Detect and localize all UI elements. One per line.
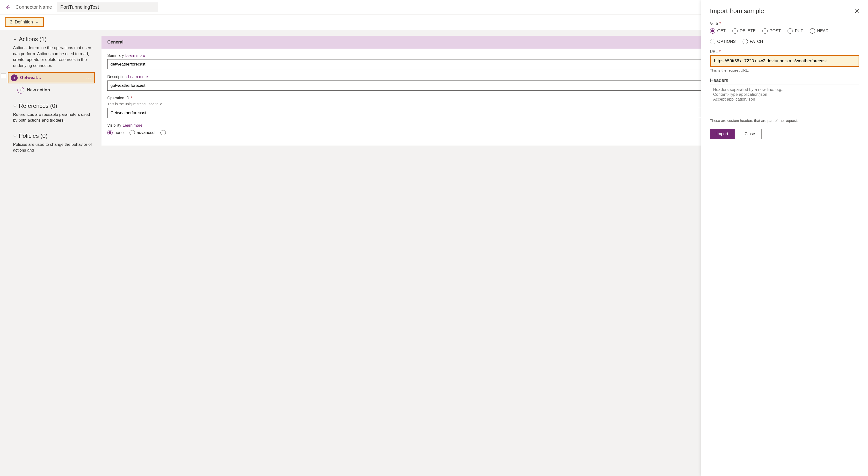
url-input[interactable] — [710, 55, 859, 67]
required-indicator: * — [719, 22, 721, 26]
required-indicator: * — [719, 50, 721, 54]
description-label: Description — [107, 75, 127, 79]
actions-section-header[interactable]: Actions (1) — [13, 36, 95, 42]
headers-help: These are custom headers that are part o… — [710, 118, 859, 123]
panel-title: Import from sample — [710, 7, 764, 15]
chevron-down-icon — [35, 21, 39, 24]
connector-name-label: Connector Name — [16, 4, 52, 10]
visibility-option-more[interactable] — [160, 130, 166, 136]
verb-option-head[interactable]: HEAD — [810, 28, 828, 34]
chevron-down-icon — [13, 37, 17, 41]
left-sidebar: Actions (1) Actions determine the operat… — [0, 30, 101, 476]
verb-option-options[interactable]: OPTIONS — [710, 39, 736, 44]
policies-section-header[interactable]: Policies (0) — [13, 132, 95, 139]
chevron-down-icon — [13, 104, 17, 108]
action-overflow-icon[interactable]: ··· — [86, 75, 92, 81]
verb-option-delete[interactable]: DELETE — [733, 28, 756, 34]
action-select-checkbox[interactable] — [1, 73, 6, 79]
headers-textarea[interactable] — [710, 85, 859, 116]
close-icon[interactable] — [855, 9, 859, 13]
url-help: This is the request URL. — [710, 68, 859, 72]
action-number-badge: 1 — [11, 75, 18, 81]
actions-description: Actions determine the operations that us… — [13, 45, 95, 69]
operation-id-label: Operation ID — [107, 96, 129, 100]
references-title: References (0) — [19, 102, 57, 109]
new-action-label: New action — [27, 88, 50, 93]
divider — [13, 98, 95, 98]
verb-option-patch[interactable]: PATCH — [743, 39, 763, 44]
connector-name-input[interactable] — [57, 2, 158, 12]
chevron-down-icon — [13, 134, 17, 138]
step-label: 3. Definition — [10, 20, 33, 25]
radio-icon — [787, 28, 793, 34]
policies-title: Policies (0) — [19, 132, 48, 139]
radio-icon — [710, 28, 715, 34]
visibility-option-none[interactable]: none — [107, 130, 124, 136]
radio-icon — [743, 39, 748, 44]
radio-icon — [107, 130, 113, 136]
radio-icon — [710, 39, 715, 44]
summary-learn-more-link[interactable]: Learn more — [125, 53, 145, 58]
step-definition-dropdown[interactable]: 3. Definition — [5, 18, 44, 27]
radio-icon — [810, 28, 815, 34]
radio-icon — [733, 28, 738, 34]
references-section-header[interactable]: References (0) — [13, 102, 95, 109]
action-item[interactable]: 1 Getweat… ··· — [8, 72, 95, 83]
action-item-label: Getweat… — [20, 75, 84, 80]
back-icon[interactable] — [5, 4, 11, 10]
radio-icon — [129, 130, 135, 136]
plus-icon: + — [18, 87, 24, 94]
radio-icon — [160, 130, 166, 136]
references-description: References are reusable parameters used … — [13, 112, 95, 123]
radio-icon — [763, 28, 768, 34]
verb-option-put[interactable]: PUT — [787, 28, 803, 34]
visibility-label: Visibility — [107, 123, 121, 128]
close-button[interactable]: Close — [738, 129, 762, 139]
import-from-sample-panel: Import from sample Verb * GETDELETEPOSTP… — [701, 0, 868, 476]
actions-title: Actions (1) — [19, 36, 46, 42]
verb-label: Verb — [710, 22, 718, 26]
import-button[interactable]: Import — [710, 129, 735, 139]
policies-description: Policies are used to change the behavior… — [13, 142, 95, 153]
verb-option-post[interactable]: POST — [763, 28, 781, 34]
summary-label: Summary — [107, 53, 124, 58]
new-action-button[interactable]: + New action — [13, 87, 95, 94]
verb-option-get[interactable]: GET — [710, 28, 726, 34]
visibility-learn-more-link[interactable]: Learn more — [123, 123, 143, 128]
required-indicator: * — [131, 96, 132, 100]
description-learn-more-link[interactable]: Learn more — [128, 75, 148, 79]
url-label: URL — [710, 50, 718, 54]
visibility-option-advanced[interactable]: advanced — [129, 130, 155, 136]
headers-label: Headers — [710, 78, 728, 83]
divider — [13, 128, 95, 128]
